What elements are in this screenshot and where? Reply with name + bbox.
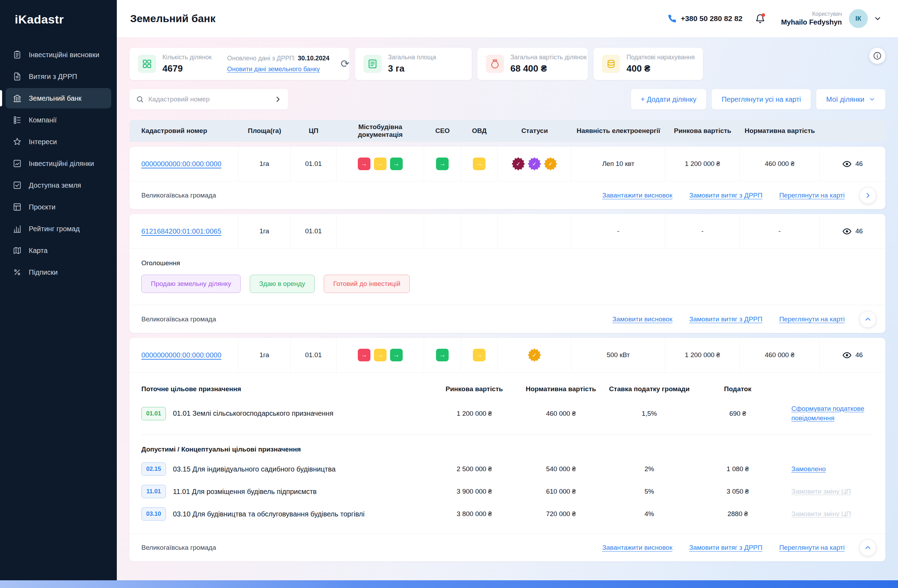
collapse-row-button[interactable]	[860, 311, 876, 328]
tag-for-rent[interactable]: Здаю в оренду	[250, 275, 315, 293]
user-menu-chevron-down-icon[interactable]	[873, 14, 882, 23]
ordered-link[interactable]: Замовлено	[791, 465, 826, 473]
collapse-row-button[interactable]	[860, 539, 876, 556]
updated-date: 30.10.2024	[298, 55, 329, 62]
land-bank-icon	[12, 94, 22, 103]
ovd-cell: →	[461, 338, 498, 372]
divider	[141, 435, 873, 435]
available-land-icon	[12, 181, 22, 190]
sidebar-item-label: Компанії	[29, 116, 57, 124]
purpose-code-badge: 02.15	[141, 462, 166, 476]
red-arrow-badge-icon: →	[358, 157, 371, 170]
search-input[interactable]	[148, 95, 270, 103]
generate-tax-notice-link[interactable]: Сформувати податкове повідомлення	[791, 405, 864, 422]
cadastral-link[interactable]: 0000000000:00:000:0000	[141, 160, 221, 168]
user-meta: Користувач Myhailo Fedyshyn	[781, 11, 842, 26]
view-all-on-map-button[interactable]: Переглянути усі на карті	[712, 89, 811, 109]
topbar-right: +380 50 280 82 82 Користувач Myhailo Fed…	[667, 9, 882, 28]
notification-dot	[761, 13, 765, 17]
download-conclusion-link[interactable]: Завантажити висновок	[602, 544, 672, 551]
cadastral-link[interactable]: 0000000000:00:000:0000	[141, 351, 221, 359]
footer-links: Завантажити висновок Замовити витяг з ДР…	[602, 544, 845, 551]
order-purpose-change-link[interactable]: Замовити зміну ЦП	[791, 488, 851, 495]
download-conclusion-link[interactable]: Завантажити висновок	[602, 192, 672, 199]
sidebar-item-community-rating[interactable]: Рейтинг громад	[6, 219, 111, 239]
tax-amount: 3 050 ₴	[699, 488, 776, 496]
my-parcels-dropdown[interactable]: Мої ділянки	[816, 89, 886, 109]
conclusions-icon	[12, 50, 22, 59]
stat-value: 4679	[162, 63, 212, 74]
refresh-icon[interactable]: ⟳	[341, 58, 349, 69]
order-extract-link[interactable]: Замовити витяг з ДРРП	[689, 316, 763, 323]
area-cell: 1га	[238, 338, 291, 372]
views-count: 46	[855, 351, 863, 359]
tag-ready-for-investment[interactable]: Готовий до інвестицій	[324, 275, 410, 293]
updated-label: Оновлено дані з ДРРП:	[227, 55, 295, 62]
purpose-code-badge: 11.01	[141, 485, 166, 498]
market-value-cell: 1 200 000 ₴	[666, 147, 740, 181]
search-submit-chevron-icon[interactable]	[274, 95, 282, 103]
avatar[interactable]: ІК	[849, 9, 868, 28]
electricity-cell: Леп 10 квт	[571, 147, 666, 181]
amber-seal-icon: ✓	[544, 157, 557, 171]
chevron-up-icon	[864, 544, 871, 551]
chevron-down-icon	[869, 96, 875, 103]
card-footer: Великогаївська громада Завантажити висно…	[129, 533, 886, 561]
sidebar-item-investment-parcels[interactable]: Інвестиційні ділянки	[6, 153, 111, 174]
card-footer: Великогаївська громада Замовити висновок…	[129, 305, 886, 333]
detail-column-header: Податок	[699, 385, 776, 393]
green-arrow-badge-icon: →	[436, 349, 449, 361]
purple-seal-icon: ✓	[528, 157, 541, 171]
purpose-code-badge: 01.01	[141, 407, 166, 420]
amber-seal-icon: ✓	[528, 348, 541, 362]
statuses-cell: ✓	[498, 338, 571, 372]
urban-docs-cell	[337, 214, 424, 248]
views-count: 46	[855, 160, 863, 168]
cp-cell: 01.01	[291, 147, 337, 181]
sidebar-item-map[interactable]: Карта	[6, 240, 111, 261]
seo-cell	[424, 214, 461, 248]
companies-icon	[12, 115, 22, 125]
stat-card-total-value: Загальна вартість ділянок 68 400 ₴	[477, 48, 588, 80]
ovd-cell	[461, 214, 498, 248]
order-extract-link[interactable]: Замовити витяг з ДРРП	[689, 192, 763, 199]
tag-selling-parcel[interactable]: Продаю земельну ділянку	[141, 275, 241, 293]
sidebar-item-available-land[interactable]: Доступна земля	[6, 175, 111, 195]
market-value: 3 900 000 ₴	[436, 488, 513, 496]
expand-row-button[interactable]	[860, 187, 876, 204]
column-header: Наявність електроенергії	[571, 127, 666, 135]
sidebar-item-label: Інвестиційні ділянки	[29, 160, 94, 168]
sidebar-item-label: Витяги з ДРРП	[29, 72, 77, 81]
table-header: Кадастровий номер Площа(га) ЦП Містобуді…	[129, 120, 886, 142]
normative-value: 610 000 ₴	[522, 488, 600, 496]
order-extract-link[interactable]: Замовити витяг з ДРРП	[689, 544, 763, 551]
chevron-up-icon	[864, 316, 871, 323]
cadastral-link[interactable]: 6121684200:01:001:0065	[141, 227, 221, 236]
view-on-map-link[interactable]: Переглянути на карті	[779, 192, 845, 199]
sidebar-item-projects[interactable]: Проєкти	[6, 197, 111, 217]
view-on-map-link[interactable]: Переглянути на карті	[779, 544, 845, 551]
stats-row: Кількість ділянок 4679 Оновлено дані з Д…	[129, 48, 886, 80]
sidebar-item-investment-conclusions[interactable]: Інвестиційні висновки	[6, 45, 111, 65]
user-role-label: Користувач	[781, 11, 842, 17]
update-land-bank-link[interactable]: Оновити дані земельного банку	[227, 66, 320, 73]
app: iKadastr Інвестиційні висновки Витяги з …	[0, 0, 898, 580]
order-purpose-change-link[interactable]: Замовити зміну ЦП	[791, 510, 851, 517]
order-conclusion-link[interactable]: Замовити висновок	[612, 316, 672, 323]
yellow-arrow-badge-icon: →	[473, 157, 486, 170]
footer-links: Завантажити висновок Замовити витяг з ДР…	[602, 192, 845, 199]
sidebar-item-interests[interactable]: Інтереси	[6, 132, 111, 152]
phone-contact[interactable]: +380 50 280 82 82	[667, 14, 743, 23]
sidebar-item-land-bank[interactable]: Земельний банк	[6, 88, 111, 108]
sidebar-item-companies[interactable]: Компанії	[6, 110, 111, 130]
column-header: ЦП	[291, 127, 337, 135]
view-on-map-link[interactable]: Переглянути на карті	[779, 316, 845, 323]
add-parcel-button[interactable]: + Додати ділянку	[631, 89, 706, 109]
sidebar-item-drrp-extracts[interactable]: Витяги з ДРРП	[6, 66, 111, 87]
notifications-bell-icon[interactable]	[755, 13, 766, 24]
tax-amount: 2880 ₴	[699, 510, 776, 518]
sidebar-item-subscriptions[interactable]: Підписки	[6, 262, 111, 282]
market-value: 3 800 000 ₴	[436, 510, 513, 518]
info-button[interactable]	[869, 48, 886, 64]
stat-card-parcels: Кількість ділянок 4679 Оновлено дані з Д…	[129, 48, 349, 80]
